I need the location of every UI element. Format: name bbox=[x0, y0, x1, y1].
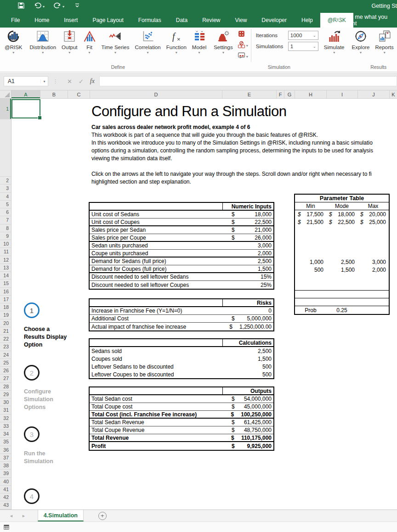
model-button[interactable]: Model ▾ bbox=[189, 28, 209, 64]
row-header[interactable]: 2 bbox=[0, 177, 11, 185]
macro-record-icon[interactable] bbox=[3, 524, 10, 531]
function-button[interactable]: f× Function ▾ bbox=[164, 28, 189, 64]
probability-row[interactable]: Prob 0.25 bbox=[295, 306, 389, 314]
output-button[interactable]: Output ▾ bbox=[59, 28, 80, 64]
column-header[interactable]: A bbox=[11, 90, 40, 98]
column-header[interactable]: K bbox=[390, 90, 397, 98]
correlation-button[interactable]: Correlation ▾ bbox=[132, 28, 164, 64]
simulations-dropdown[interactable]: 1 ⌄ bbox=[288, 42, 318, 51]
column-header[interactable]: D bbox=[90, 90, 222, 98]
simulate-button[interactable]: Simulate ▾ bbox=[321, 28, 347, 64]
table-header[interactable]: Risks bbox=[90, 299, 273, 307]
row-header[interactable]: 16 bbox=[0, 288, 11, 296]
table-row[interactable]: Leftover Coupes to be discounted500 bbox=[90, 370, 273, 378]
table-row[interactable]: Coupe units purchased2,000 bbox=[90, 250, 273, 258]
explore-button[interactable]: Explore ▾ bbox=[349, 28, 373, 64]
row-header[interactable]: 26 bbox=[0, 367, 11, 375]
column-header[interactable]: I bbox=[327, 90, 358, 98]
table-row[interactable]: Unit cost of Sedans$18,000 bbox=[90, 211, 273, 218]
row-header[interactable]: 37 bbox=[0, 454, 11, 462]
fit-button[interactable]: Fit ▾ bbox=[80, 28, 99, 64]
tab-review[interactable]: Review bbox=[195, 13, 227, 28]
row-header[interactable]: 3 bbox=[0, 185, 11, 192]
row-header[interactable]: 6 bbox=[0, 208, 11, 216]
table-row[interactable]: Demand for Coupes (full price)1,500 bbox=[90, 265, 273, 273]
tab-home[interactable]: Home bbox=[27, 13, 57, 28]
step-3-circle[interactable]: 3 bbox=[24, 426, 40, 442]
row-header[interactable]: 24 bbox=[0, 351, 11, 359]
tab-view[interactable]: View bbox=[228, 13, 255, 28]
tab-help[interactable]: Help bbox=[294, 13, 320, 28]
table-row[interactable]: Total Sedan Revenue$61,425,000 bbox=[90, 419, 273, 426]
column-header[interactable]: E bbox=[222, 90, 277, 98]
row-header[interactable]: 40 bbox=[0, 478, 11, 486]
row-header[interactable]: 42 bbox=[0, 493, 11, 501]
column-header[interactable]: C bbox=[68, 90, 90, 98]
tab-page-layout[interactable]: Page Layout bbox=[85, 13, 130, 28]
table-row[interactable]: Total Coupe Revenue$48,750,000 bbox=[90, 426, 273, 434]
row-header[interactable]: 38 bbox=[0, 462, 11, 470]
row-header[interactable] bbox=[0, 119, 11, 177]
settings-button[interactable]: Settings ▾ bbox=[211, 28, 236, 64]
sheet-nav-right-icon[interactable]: ► bbox=[22, 514, 26, 518]
sheet-tab-simulation[interactable]: 4.Simulation bbox=[38, 510, 84, 521]
table-row[interactable]: Unit cost of Coupes$22,500 bbox=[90, 218, 273, 226]
iterations-dropdown[interactable]: 1000 ⌄ bbox=[288, 31, 318, 40]
tab-formulas[interactable]: Formulas bbox=[131, 13, 169, 28]
empty-row[interactable] bbox=[295, 290, 389, 298]
table-row[interactable]: Sedan units purchased3,000 bbox=[90, 242, 273, 250]
empty-row[interactable] bbox=[295, 298, 389, 306]
row-header[interactable]: 22 bbox=[0, 335, 11, 343]
row-header[interactable]: 31 bbox=[0, 406, 11, 414]
table-row[interactable]: Sales price per Sedan$21,000 bbox=[90, 226, 273, 234]
tell-me-box[interactable]: Tell me what you want bbox=[335, 13, 397, 28]
table-row[interactable]: $17,500 $18,000 $20,000 bbox=[295, 210, 389, 218]
table-row[interactable]: 500 1,500 2,000 bbox=[295, 266, 389, 274]
table-row[interactable]: Actual impact of franchise fee increase$… bbox=[90, 323, 273, 330]
parameter-table-title[interactable]: Parameter Table bbox=[295, 195, 389, 202]
insert-function-icon[interactable]: fx bbox=[90, 78, 95, 85]
column-header[interactable]: F bbox=[277, 90, 284, 98]
customize-quick-access-button[interactable] bbox=[74, 2, 81, 11]
row-header[interactable]: 10 bbox=[0, 240, 11, 248]
row-header[interactable]: 4 bbox=[0, 193, 11, 201]
table-row[interactable]: Demand for Sedans (full price)2,500 bbox=[90, 258, 273, 265]
show-input-results-button[interactable] bbox=[237, 51, 249, 62]
tab-file[interactable]: File bbox=[4, 13, 27, 28]
table-row[interactable]: Discount needed to sell leftover Coupes2… bbox=[90, 281, 273, 289]
table-row[interactable]: Increase in Franchise Fee (Y=1/N=0)0 bbox=[90, 307, 273, 315]
row-header[interactable]: 18 bbox=[0, 303, 11, 311]
table-row[interactable]: Profit$9,925,000 bbox=[90, 442, 273, 450]
column-header[interactable]: H bbox=[295, 90, 327, 98]
row-header[interactable]: 9 bbox=[0, 232, 11, 240]
row-header[interactable]: 23 bbox=[0, 343, 11, 351]
sampling-options-button[interactable] bbox=[237, 40, 249, 50]
table-row[interactable]: Sales price per Coupe$26,000 bbox=[90, 234, 273, 242]
row-header[interactable]: 5 bbox=[0, 201, 11, 208]
distribution-button[interactable]: Distribution ▾ bbox=[27, 28, 59, 64]
atrisk-menu-button[interactable]: @RISK ▾ bbox=[2, 28, 25, 64]
enter-icon[interactable]: ✓ bbox=[79, 78, 84, 85]
row-header[interactable]: 32 bbox=[0, 414, 11, 422]
table-row[interactable]: Total Revenue$110,175,000 bbox=[90, 434, 273, 442]
tab-insert[interactable]: Insert bbox=[57, 13, 85, 28]
tab-data[interactable]: Data bbox=[169, 13, 195, 28]
table-row[interactable]: $21,500 $22,500 $25,000 bbox=[295, 218, 389, 226]
table-header[interactable]: Outputs bbox=[90, 387, 273, 395]
row-header[interactable]: 12 bbox=[0, 256, 11, 264]
add-sheet-button[interactable]: + bbox=[98, 512, 107, 520]
table-row[interactable]: Discount needed to sell leftover Sedans1… bbox=[90, 273, 273, 281]
formula-input[interactable] bbox=[99, 76, 397, 86]
row-header[interactable]: 13 bbox=[0, 264, 11, 272]
name-box[interactable]: A1 ▾ bbox=[4, 76, 48, 86]
row-header[interactable]: 28 bbox=[0, 383, 11, 391]
row-header[interactable]: 29 bbox=[0, 391, 11, 398]
random-static-button[interactable] bbox=[237, 29, 249, 39]
table-row[interactable]: Total Sedan cost$54,000,000 bbox=[90, 395, 273, 403]
table-row[interactable]: Total Cost (incl. Franchise Fee increase… bbox=[90, 411, 273, 419]
table-row[interactable]: Sedans sold2,500 bbox=[90, 347, 273, 355]
selected-cell-a1[interactable] bbox=[11, 99, 40, 118]
row-header[interactable]: 19 bbox=[0, 311, 11, 319]
row-header[interactable]: 8 bbox=[0, 224, 11, 232]
sheet-nav-left-icon[interactable]: ◄ bbox=[9, 514, 13, 518]
